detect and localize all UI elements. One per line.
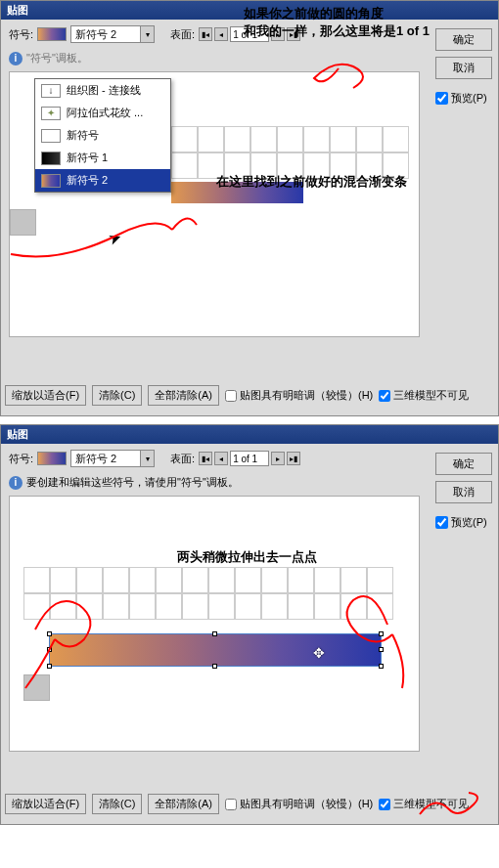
dropdown-item-label: 新符号 2 [67,173,108,188]
symbol-thumb-icon [41,129,61,143]
surface-field[interactable] [230,26,269,42]
nav-first-icon[interactable]: ▮◂ [199,27,212,41]
symbol-combo[interactable]: 新符号 2 ▾ [70,25,155,43]
nav-next-icon[interactable]: ▸ [271,27,285,41]
info-text: "符号"调板。 [26,51,88,65]
surface-label: 表面: [170,452,195,466]
preview-checkbox[interactable]: 预览(P) [435,515,492,530]
dropdown-item[interactable]: ↓ 组织图 - 连接线 [35,79,170,102]
invisible-checkbox[interactable]: 三维模型不可见 [379,797,469,811]
nav-first-icon[interactable]: ▮◂ [199,452,212,465]
shade-check-input[interactable] [225,799,237,810]
nav-last-icon[interactable]: ▸▮ [287,27,300,41]
symbol-combo-text: 新符号 2 [71,27,140,42]
ok-button[interactable]: 确定 [435,453,492,475]
dropdown-item-label: 新符号 [67,128,99,143]
invisible-checkbox[interactable]: 三维模型不可见 [379,388,469,403]
gradient-thumb-icon [41,174,61,188]
clear-all-button[interactable]: 全部清除(A) [148,385,219,406]
fit-button[interactable]: 缩放以适合(F) [5,385,86,406]
dialog-title: 贴图 [1,425,498,444]
surface-field[interactable] [230,451,269,466]
nav-prev-icon[interactable]: ◂ [214,452,228,465]
ok-button[interactable]: 确定 [435,28,492,51]
surface-label: 表面: [170,27,195,42]
dropdown-item-label: 组织图 - 连接线 [67,83,141,98]
info-icon: i [9,52,23,65]
fit-button[interactable]: 缩放以适合(F) [5,794,86,814]
symbol-label: 符号: [9,452,33,466]
preview-check-input[interactable] [435,92,448,105]
dropdown-arrow-icon[interactable]: ▾ [140,451,154,466]
nav-next-icon[interactable]: ▸ [271,452,285,465]
dropdown-item-selected[interactable]: 新符号 2 [35,169,170,192]
dropdown-item[interactable]: 新符号 1 [35,147,170,169]
symbol-dropdown-panel: ↓ 组织图 - 连接线 ✦ 阿拉伯式花纹 ... 新符号 新符号 1 新符号 2 [34,78,171,193]
invisible-label: 三维模型不可见 [393,388,469,403]
gradient-bar[interactable] [50,634,381,666]
dropdown-item[interactable]: 新符号 [35,124,170,147]
cancel-button[interactable]: 取消 [435,481,492,503]
symbol-label: 符号: [9,27,33,42]
dropdown-item-label: 新符号 1 [67,151,108,165]
nav-last-icon[interactable]: ▸▮ [287,452,300,465]
shade-checkbox[interactable]: 贴图具有明暗调（较慢）(H) [225,388,373,403]
info-text: 要创建和编辑这些符号，请使用"符号"调板。 [26,475,239,490]
connector-icon: ↓ [41,84,61,98]
shade-checkbox[interactable]: 贴图具有明暗调（较慢）(H) [225,797,373,811]
dialog-title: 贴图 [1,1,498,20]
clear-button[interactable]: 清除(C) [92,794,142,814]
clear-all-button[interactable]: 全部清除(A) [148,794,219,814]
move-cursor-icon: ✥ [313,645,325,661]
dropdown-item-label: 阿拉伯式花纹 ... [67,106,143,120]
preview-label: 预览(P) [451,515,487,530]
gradient-bar[interactable] [171,182,303,203]
info-icon: i [9,476,23,490]
symbol-swatch [37,452,67,465]
selection-box[interactable] [49,633,382,667]
dropdown-arrow-icon[interactable]: ▾ [140,26,154,42]
shade-label: 贴图具有明暗调（较慢）(H) [240,388,373,403]
symbol-combo[interactable]: 新符号 2 ▾ [70,450,155,467]
canvas[interactable]: ✥ [9,496,420,752]
invisible-check-input[interactable] [379,390,390,402]
shade-check-input[interactable] [225,390,237,402]
preview-label: 预览(P) [451,91,487,106]
shade-label: 贴图具有明暗调（较慢）(H) [240,797,373,811]
symbol-combo-text: 新符号 2 [71,452,140,466]
clear-button[interactable]: 清除(C) [92,385,142,406]
nav-prev-icon[interactable]: ◂ [214,27,228,41]
invisible-check-input[interactable] [379,799,390,810]
grid [23,567,405,620]
symbol-swatch [37,27,67,41]
preview-check-input[interactable] [435,516,448,529]
preview-checkbox[interactable]: 预览(P) [435,91,492,106]
cancel-button[interactable]: 取消 [435,57,492,79]
symbol-thumb-icon [41,152,61,165]
invisible-label: 三维模型不可见 [393,797,469,811]
arabesque-icon: ✦ [41,107,61,120]
dropdown-item[interactable]: ✦ 阿拉伯式花纹 ... [35,102,170,124]
